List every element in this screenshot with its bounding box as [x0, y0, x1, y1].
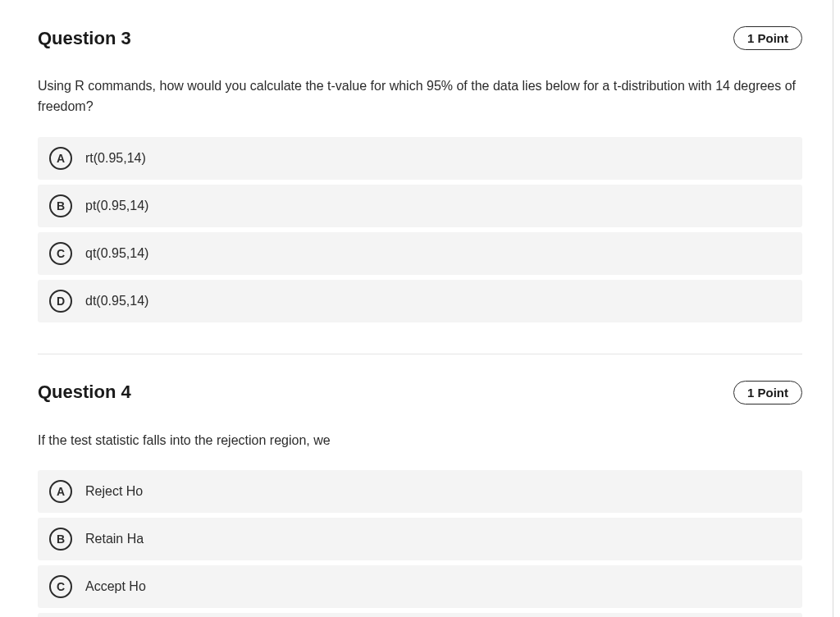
- option-c[interactable]: C Accept Ho: [38, 565, 802, 608]
- question-title: Question 3: [38, 28, 131, 49]
- option-text: pt(0.95,14): [85, 199, 148, 213]
- option-b[interactable]: B pt(0.95,14): [38, 185, 802, 227]
- option-d[interactable]: D Reject Ha: [38, 613, 802, 617]
- question-block-4: Question 4 1 Point If the test statistic…: [38, 354, 802, 617]
- option-text: rt(0.95,14): [85, 151, 146, 166]
- option-d[interactable]: D dt(0.95,14): [38, 280, 802, 322]
- option-a[interactable]: A rt(0.95,14): [38, 137, 802, 180]
- option-a[interactable]: A Reject Ho: [38, 470, 802, 513]
- option-c[interactable]: C qt(0.95,14): [38, 232, 802, 275]
- question-prompt: If the test statistic falls into the rej…: [38, 431, 802, 451]
- option-text: Reject Ho: [85, 484, 143, 499]
- points-badge: 1 Point: [733, 381, 802, 404]
- option-letter-icon: C: [49, 242, 72, 265]
- right-border: [833, 0, 833, 617]
- content-area: Question 3 1 Point Using R commands, how…: [0, 0, 840, 617]
- option-b[interactable]: B Retain Ha: [38, 518, 802, 560]
- question-title: Question 4: [38, 382, 131, 403]
- options-list: A Reject Ho B Retain Ha C Accept Ho D Re…: [38, 470, 802, 617]
- question-header: Question 3 1 Point: [38, 26, 802, 50]
- question-header: Question 4 1 Point: [38, 381, 802, 404]
- option-text: Accept Ho: [85, 579, 146, 594]
- option-letter-icon: B: [49, 528, 72, 551]
- option-text: Retain Ha: [85, 532, 144, 546]
- option-letter-icon: B: [49, 194, 72, 217]
- option-letter-icon: D: [49, 290, 72, 313]
- question-prompt: Using R commands, how would you calculat…: [38, 76, 802, 117]
- options-list: A rt(0.95,14) B pt(0.95,14) C qt(0.95,14…: [38, 137, 802, 322]
- option-letter-icon: A: [49, 480, 72, 503]
- points-badge: 1 Point: [733, 26, 802, 50]
- option-text: dt(0.95,14): [85, 294, 148, 308]
- option-letter-icon: C: [49, 575, 72, 598]
- question-block-3: Question 3 1 Point Using R commands, how…: [38, 0, 802, 354]
- option-letter-icon: A: [49, 147, 72, 170]
- option-text: qt(0.95,14): [85, 246, 148, 261]
